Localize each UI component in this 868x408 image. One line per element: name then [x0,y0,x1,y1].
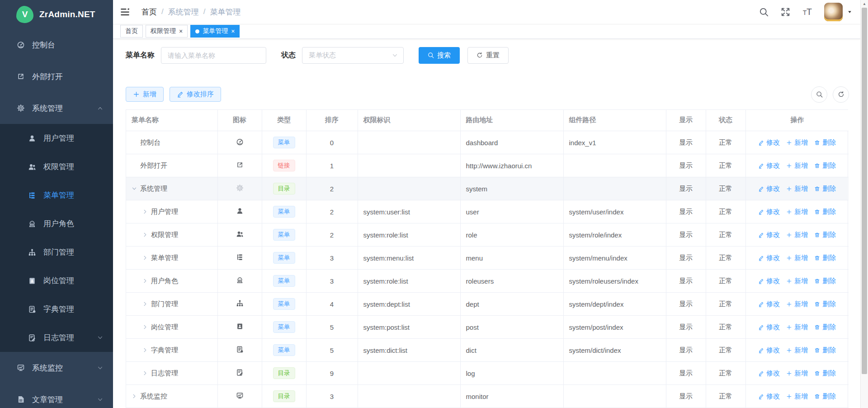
pencil-icon [177,90,184,98]
add-link[interactable]: 新增 [786,369,808,378]
menu-name: 权限管理 [151,231,178,239]
scrollbar-thumb[interactable] [862,8,867,374]
search-button[interactable]: 搜索 [419,47,460,64]
expand-row-icon[interactable] [142,324,151,330]
sidebar-item-log-edit[interactable]: 日志管理 [0,323,113,352]
user-icon [28,134,36,142]
font-size-icon[interactable]: TT [802,7,812,17]
add-link[interactable]: 新增 [786,277,808,285]
dict-book-icon [28,305,36,313]
search-form: 菜单名称 状态 菜单状态 搜索 重置 [126,47,849,64]
sidebar-item-dict-book[interactable]: 字典管理 [0,295,113,323]
menu-name-input[interactable] [161,47,266,64]
add-button[interactable]: 新增 [126,87,164,102]
sidebar-item-menu-tree[interactable]: 菜单管理 [0,181,113,209]
expand-row-icon[interactable] [142,255,151,261]
breadcrumb: 首页 / 系统管理 / 菜单管理 [142,7,241,17]
add-link[interactable]: 新增 [786,392,808,401]
close-icon[interactable]: × [179,28,183,34]
scrollbar-up-arrow[interactable]: ▲ [861,0,868,7]
tabs-bar: 首页权限管理×菜单管理× [113,24,860,39]
delete-link[interactable]: 删除 [814,208,836,216]
delete-link[interactable]: 删除 [814,231,836,239]
search-icon[interactable] [759,7,769,17]
edit-link[interactable]: 修改 [758,277,780,285]
avatar[interactable] [824,3,843,21]
sidebar-item-article[interactable]: 文章管理 [0,384,113,408]
delete-link[interactable]: 删除 [814,254,836,262]
expand-row-icon[interactable] [132,394,140,399]
delete-link[interactable]: 删除 [814,346,836,355]
expand-row-icon[interactable] [142,232,151,237]
order-cell: 5 [306,316,358,339]
external-link-icon [17,72,25,81]
reset-button[interactable]: 重置 [467,47,509,64]
tab-首页[interactable]: 首页 [120,25,143,38]
collapse-row-icon[interactable] [132,186,140,191]
expand-row-icon[interactable] [142,278,151,284]
table-row: 外部打开链接1http://www.izhaorui.cn显示正常修改新增删除 [126,154,849,177]
sidebar-item-dashboard[interactable]: 控制台 [0,29,113,61]
sidebar-item-org-tree[interactable]: 部门管理 [0,238,113,266]
status-cell: 正常 [706,154,745,177]
add-link[interactable]: 新增 [786,346,808,355]
delete-link[interactable]: 删除 [814,369,836,378]
show-search-button[interactable] [811,86,827,103]
status-cell: 正常 [706,131,745,154]
add-link[interactable]: 新增 [786,208,808,216]
caret-down-icon [847,9,852,14]
expand-row-icon[interactable] [142,370,151,376]
sidebar-item-users[interactable]: 权限管理 [0,152,113,181]
expand-row-icon[interactable] [142,301,151,307]
table-row: 系统管理目录2system显示正常修改新增删除 [126,177,849,200]
edit-link[interactable]: 修改 [758,323,780,332]
collapse-sidebar-icon[interactable] [120,7,130,17]
delete-link[interactable]: 删除 [814,300,836,308]
delete-link[interactable]: 删除 [814,323,836,332]
add-link[interactable]: 新增 [786,323,808,332]
add-link[interactable]: 新增 [786,185,808,193]
edit-link[interactable]: 修改 [758,254,780,262]
add-link[interactable]: 新增 [786,231,808,239]
refresh-table-button[interactable] [833,86,849,103]
sidebar-item-gear[interactable]: 系统管理 [0,92,113,124]
edit-link[interactable]: 修改 [758,392,780,401]
edit-link[interactable]: 修改 [758,185,780,193]
tab-权限管理[interactable]: 权限管理× [146,25,188,38]
close-icon[interactable]: × [231,28,235,34]
component-cell: system/post/index [563,316,666,339]
order-cell: 9 [306,362,358,385]
add-link[interactable]: 新增 [786,300,808,308]
sidebar-item-monitor[interactable]: 系统监控 [0,352,113,384]
edit-link[interactable]: 修改 [758,208,780,216]
sort-button[interactable]: 修改排序 [170,87,221,102]
edit-link[interactable]: 修改 [758,369,780,378]
breadcrumb-home[interactable]: 首页 [142,7,157,17]
edit-link[interactable]: 修改 [758,346,780,355]
delete-link[interactable]: 删除 [814,161,836,170]
delete-link[interactable]: 删除 [814,277,836,285]
sidebar-item-robot[interactable]: 用户角色 [0,209,113,238]
add-link[interactable]: 新增 [786,138,808,147]
sidebar-item-user[interactable]: 用户管理 [0,124,113,152]
tab-菜单管理[interactable]: 菜单管理× [190,25,240,38]
expand-row-icon[interactable] [142,209,151,214]
expand-row-icon[interactable] [142,347,151,353]
edit-link[interactable]: 修改 [758,161,780,170]
status-select[interactable]: 菜单状态 [302,47,404,64]
visible-cell: 显示 [666,154,706,177]
delete-link[interactable]: 删除 [814,392,836,401]
add-link[interactable]: 新增 [786,161,808,170]
order-cell: 3 [306,385,358,408]
edit-link[interactable]: 修改 [758,231,780,239]
add-link[interactable]: 新增 [786,254,808,262]
sidebar-item-external-link[interactable]: 外部打开 [0,61,113,92]
breadcrumb-system[interactable]: 系统管理 [168,7,199,17]
user-menu[interactable] [824,3,852,21]
delete-link[interactable]: 删除 [814,138,836,147]
fullscreen-icon[interactable] [781,7,790,17]
sidebar-item-id-card[interactable]: 岗位管理 [0,266,113,295]
delete-link[interactable]: 删除 [814,185,836,193]
edit-link[interactable]: 修改 [758,138,780,147]
edit-link[interactable]: 修改 [758,300,780,308]
